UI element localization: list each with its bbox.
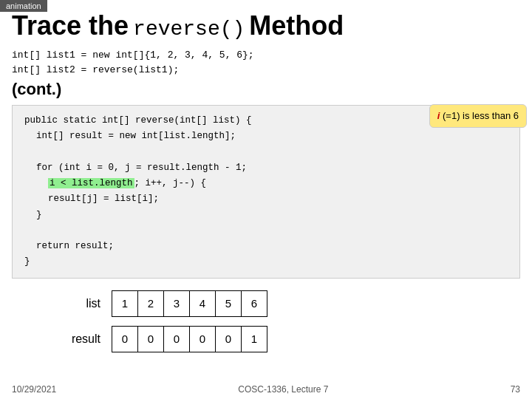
footer-page: 73 [511, 384, 520, 395]
list-cell: 6 [241, 290, 267, 317]
footer-course: COSC-1336, Lecture 7 [238, 384, 328, 395]
result-array-row: result 000001 [56, 326, 520, 352]
top-bar-label: animation [6, 1, 41, 10]
result-cell: 0 [163, 326, 190, 352]
title-method: Method [249, 10, 344, 41]
list-cell: 5 [215, 290, 242, 317]
method-for-line: for (int i = 0, j = result.length - 1; [24, 160, 508, 176]
cont-label: (cont.) [12, 80, 520, 99]
init-line1: int[] list1 = new int[]{1, 2, 3, 4, 5, 6… [12, 50, 254, 61]
method-close: } [24, 254, 508, 270]
result-label: result [56, 332, 100, 346]
list-cell: 4 [189, 290, 216, 317]
annotation-bubble: i (=1) is less than 6 [429, 104, 527, 128]
title-main: Trace the [12, 10, 129, 41]
method-condition-line: i < list.length; i++, j--) { [24, 176, 508, 191]
arrays-section: list 123456 result 000001 [56, 290, 520, 352]
list-label: list [56, 297, 100, 310]
list-cells: 123456 [112, 290, 267, 317]
title-area: Trace the reverse() Method [12, 10, 344, 41]
result-cell: 1 [241, 326, 267, 352]
highlight-condition: i < list.length [48, 178, 134, 188]
result-cell: 0 [137, 326, 164, 352]
method-close-for: } [24, 208, 508, 223]
annotation-i: i [437, 110, 440, 121]
method-return: return result; [24, 239, 508, 254]
list-array-row: list 123456 [56, 290, 520, 317]
content-area: int[] list1 = new int[]{1, 2, 3, 4, 5, 6… [12, 48, 520, 377]
method-line1: int[] result = new int[list.length]; [24, 129, 508, 144]
list-cell: 2 [137, 290, 164, 317]
list-cell: 3 [163, 290, 190, 317]
annotation-text: i (=1) is less than 6 [437, 110, 519, 121]
method-body-line: result[j] = list[i]; [24, 191, 508, 207]
result-cells: 000001 [112, 326, 267, 352]
annotation-rest: (=1) is less than 6 [443, 110, 519, 121]
result-cell: 0 [215, 326, 242, 352]
footer: 10/29/2021 COSC-1336, Lecture 7 73 [0, 384, 532, 395]
result-cell: 0 [112, 326, 138, 352]
init-code: int[] list1 = new int[]{1, 2, 3, 4, 5, 6… [12, 48, 520, 77]
list-cell: 1 [112, 290, 138, 317]
footer-date: 10/29/2021 [12, 384, 56, 395]
method-box: i (=1) is less than 6 public static int[… [12, 105, 520, 279]
result-cell: 0 [189, 326, 216, 352]
title-code: reverse() [133, 18, 245, 41]
init-line2: int[] list2 = reverse(list1); [12, 64, 179, 75]
